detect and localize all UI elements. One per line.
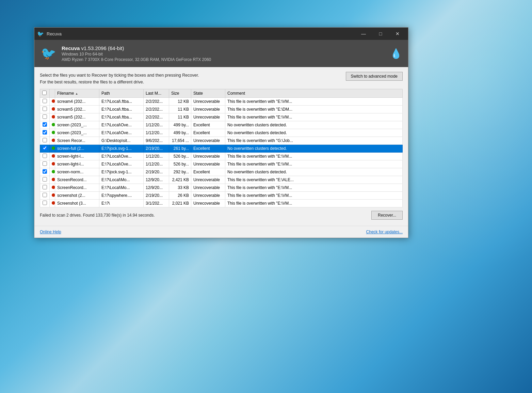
row-state: Unrecoverable <box>191 192 225 200</box>
red-dot-icon <box>52 115 55 119</box>
row-checkbox-cell[interactable] <box>40 184 50 192</box>
row-filename: Screenshot (3... <box>55 200 99 207</box>
row-checkbox-cell[interactable] <box>40 129 50 137</box>
row-checkbox-cell[interactable] <box>40 153 50 160</box>
row-dot-cell <box>50 160 55 168</box>
header-comment[interactable]: Comment <box>225 89 403 98</box>
close-button[interactable]: ✕ <box>390 28 405 40</box>
red-dot-icon <box>52 193 55 197</box>
row-checkbox[interactable] <box>43 177 47 182</box>
header-state[interactable]: State <box>191 89 225 98</box>
row-date: 2/2/202... <box>144 98 169 106</box>
row-checkbox[interactable] <box>43 107 47 111</box>
row-path: E:\?\Local\Ove... <box>99 153 144 160</box>
row-checkbox[interactable] <box>43 99 47 103</box>
status-text: Failed to scan 2 drives. Found 133,730 f… <box>40 213 155 218</box>
instructions-row: Select the files you want to Recover by … <box>40 72 403 85</box>
table-row[interactable]: screenshot (2... E:\?\spywhere.... 2/19/… <box>40 192 403 200</box>
row-size: 499 by... <box>169 121 191 129</box>
row-comment: This file is overwritten with "E:\VM... <box>225 113 403 121</box>
table-row[interactable]: ScreenRecord... E:\?\Local\Mo... 12/9/20… <box>40 184 403 192</box>
row-checkbox-cell[interactable] <box>40 200 50 207</box>
table-row[interactable]: screen-light-l... E:\?\Local\Ove... 1/12… <box>40 153 403 160</box>
table-row[interactable]: Screenshot (3... E:\?\ 3/1/202... 2,021 … <box>40 200 403 207</box>
table-row[interactable]: scream4 (202... E:\?\Local\.ftba... 2/2/… <box>40 98 403 106</box>
header-checkbox-col[interactable] <box>40 89 50 98</box>
online-help-link[interactable]: Online Help <box>40 230 61 234</box>
table-row[interactable]: scream5 (202... E:\?\Local\.ftba... 2/2/… <box>40 106 403 113</box>
header-lastmod[interactable]: Last M... <box>144 89 169 98</box>
row-checkbox-cell[interactable] <box>40 98 50 106</box>
row-checkbox[interactable] <box>43 122 47 127</box>
row-checkbox-cell[interactable] <box>40 137 50 145</box>
red-dot-icon <box>52 139 55 142</box>
row-checkbox[interactable] <box>43 130 47 135</box>
header-filename[interactable]: Filename ▲ <box>55 89 99 98</box>
row-checkbox[interactable] <box>43 169 47 174</box>
row-checkbox[interactable] <box>43 146 47 150</box>
row-size: 11 KB <box>169 113 191 121</box>
row-dot-cell <box>50 200 55 207</box>
red-dot-icon <box>52 107 55 111</box>
app-logo: 🐦 <box>40 45 57 62</box>
row-filename: screen-light-l... <box>55 160 99 168</box>
row-checkbox[interactable] <box>43 185 47 189</box>
row-dot-cell <box>50 106 55 113</box>
row-checkbox-cell[interactable] <box>40 192 50 200</box>
table-row[interactable]: Screen Recor... G:\Desktop\sit... 9/6/20… <box>40 137 403 145</box>
row-dot-cell <box>50 192 55 200</box>
select-all-checkbox[interactable] <box>42 91 47 95</box>
row-state: Unrecoverable <box>191 153 225 160</box>
minimize-button[interactable]: — <box>356 28 371 40</box>
row-dot-cell <box>50 184 55 192</box>
app-name-line: Recuva v1.53.2096 (64-bit) <box>62 45 389 51</box>
row-path: E:\?\Local\Mo... <box>99 176 144 184</box>
row-state: Excellent <box>191 129 225 137</box>
row-filename: screen (2023_... <box>55 121 99 129</box>
recover-button[interactable]: Recover... <box>371 211 403 220</box>
maximize-button[interactable]: □ <box>373 28 388 40</box>
green-dot-icon <box>52 131 55 134</box>
advanced-mode-button[interactable]: Switch to advanced mode <box>346 72 403 81</box>
main-area: Select the files you want to Recover by … <box>34 67 408 226</box>
check-updates-link[interactable]: Check for updates... <box>366 230 403 234</box>
table-row[interactable]: screen (2023_... E:\?\Local\Ove... 1/12/… <box>40 121 403 129</box>
row-path: E:\?\Local\Ove... <box>99 121 144 129</box>
table-row[interactable]: ScreenRecord... E:\?\Local\Mo... 12/9/20… <box>40 176 403 184</box>
row-comment: This file is overwritten with "E:\DM... <box>225 106 403 113</box>
row-checkbox-cell[interactable] <box>40 121 50 129</box>
row-path: E:\?\jock.svg-1... <box>99 145 144 153</box>
table-row[interactable]: screen-light-l... E:\?\Local\Ove... 1/12… <box>40 160 403 168</box>
row-checkbox[interactable] <box>43 138 47 142</box>
row-checkbox[interactable] <box>43 193 47 197</box>
row-date: 3/1/202... <box>144 200 169 207</box>
row-checkbox[interactable] <box>43 161 47 166</box>
table-row[interactable]: screen-norm... E:\?\jock.svg-1... 2/19/2… <box>40 168 403 176</box>
header-size[interactable]: Size <box>169 89 191 98</box>
file-table-body: scream4 (202... E:\?\Local\.ftba... 2/2/… <box>40 98 403 207</box>
table-row[interactable]: scream5 (202... E:\?\Local\.ftba... 2/2/… <box>40 113 403 121</box>
row-checkbox[interactable] <box>43 114 47 119</box>
row-checkbox-cell[interactable] <box>40 160 50 168</box>
table-row[interactable]: screen (2023_... E:\?\Local\Ove... 1/12/… <box>40 129 403 137</box>
file-table: Filename ▲ Path Last M... Size State Com… <box>40 89 403 207</box>
row-checkbox-cell[interactable] <box>40 176 50 184</box>
row-comment: This file is overwritten with "E:\VM... <box>225 160 403 168</box>
row-checkbox-cell[interactable] <box>40 145 50 153</box>
table-row[interactable]: screen-full (2... E:\?\jock.svg-1... 2/1… <box>40 145 403 153</box>
row-filename: screen-light-l... <box>55 153 99 160</box>
row-checkbox[interactable] <box>43 154 47 158</box>
row-dot-cell <box>50 137 55 145</box>
row-date: 12/9/20... <box>144 176 169 184</box>
row-checkbox[interactable] <box>43 201 47 205</box>
row-checkbox-cell[interactable] <box>40 168 50 176</box>
row-comment: This file is overwritten with "G:\Job... <box>225 137 403 145</box>
row-state: Unrecoverable <box>191 106 225 113</box>
row-checkbox-cell[interactable] <box>40 106 50 113</box>
row-filename: screen-full (2... <box>55 145 99 153</box>
app-version: v1.53.2096 (64-bit) <box>81 45 124 51</box>
row-state: Unrecoverable <box>191 184 225 192</box>
header-path[interactable]: Path <box>99 89 144 98</box>
row-checkbox-cell[interactable] <box>40 113 50 121</box>
red-dot-icon <box>52 178 55 181</box>
